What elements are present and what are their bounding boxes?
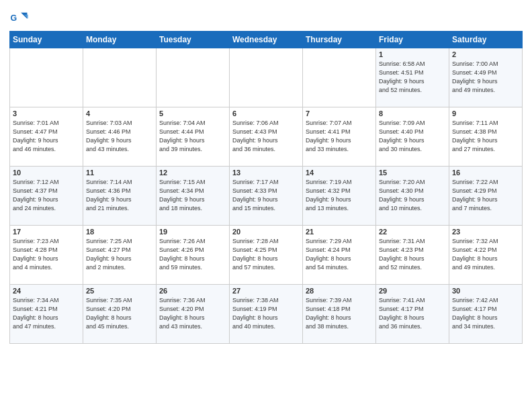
day-info: Sunrise: 7:23 AM Sunset: 4:28 PM Dayligh… — [13, 237, 80, 272]
day-info: Sunrise: 7:12 AM Sunset: 4:37 PM Dayligh… — [13, 178, 80, 213]
day-info: Sunrise: 7:35 AM Sunset: 4:20 PM Dayligh… — [86, 296, 153, 331]
calendar-cell: 20Sunrise: 7:28 AM Sunset: 4:25 PM Dayli… — [230, 226, 303, 285]
calendar-cell: 1Sunrise: 6:58 AM Sunset: 4:51 PM Daylig… — [376, 48, 449, 107]
calendar-cell: 6Sunrise: 7:06 AM Sunset: 4:43 PM Daylig… — [230, 107, 303, 167]
header-sunday: Sunday — [10, 32, 83, 48]
day-number: 23 — [452, 228, 519, 236]
day-number: 4 — [86, 109, 153, 118]
week-row-2: 10Sunrise: 7:12 AM Sunset: 4:37 PM Dayli… — [10, 167, 523, 226]
day-number: 25 — [86, 287, 153, 295]
calendar-cell: 24Sunrise: 7:34 AM Sunset: 4:21 PM Dayli… — [10, 285, 83, 344]
day-info: Sunrise: 7:06 AM Sunset: 4:43 PM Dayligh… — [232, 119, 300, 154]
calendar-cell: 15Sunrise: 7:20 AM Sunset: 4:30 PM Dayli… — [376, 167, 449, 226]
header: G — [9, 7, 523, 28]
header-row: SundayMondayTuesdayWednesdayThursdayFrid… — [10, 32, 523, 48]
day-number: 10 — [13, 169, 80, 177]
day-number: 20 — [232, 228, 300, 236]
week-row-3: 17Sunrise: 7:23 AM Sunset: 4:28 PM Dayli… — [10, 226, 523, 285]
calendar-table: SundayMondayTuesdayWednesdayThursdayFrid… — [9, 31, 523, 344]
calendar-cell: 8Sunrise: 7:09 AM Sunset: 4:40 PM Daylig… — [376, 107, 449, 167]
calendar-cell: 7Sunrise: 7:07 AM Sunset: 4:41 PM Daylig… — [303, 107, 376, 167]
day-number: 5 — [159, 109, 226, 118]
day-number: 26 — [159, 287, 226, 295]
header-monday: Monday — [83, 32, 157, 48]
calendar-page: G SundayMondayTuesdayWednesdayThursdayFr… — [0, 0, 532, 411]
header-friday: Friday — [376, 32, 449, 48]
day-number: 2 — [452, 50, 519, 58]
calendar-cell: 4Sunrise: 7:03 AM Sunset: 4:46 PM Daylig… — [83, 107, 157, 167]
day-info: Sunrise: 7:19 AM Sunset: 4:32 PM Dayligh… — [306, 178, 373, 213]
calendar-cell: 2Sunrise: 7:00 AM Sunset: 4:49 PM Daylig… — [449, 48, 523, 107]
svg-text:G: G — [11, 13, 17, 23]
day-number: 13 — [232, 169, 300, 177]
day-number: 9 — [452, 109, 519, 118]
day-number: 21 — [306, 228, 373, 236]
day-info: Sunrise: 7:11 AM Sunset: 4:38 PM Dayligh… — [452, 119, 519, 154]
day-number: 15 — [379, 169, 446, 177]
calendar-cell: 14Sunrise: 7:19 AM Sunset: 4:32 PM Dayli… — [303, 167, 376, 226]
calendar-cell — [230, 48, 303, 107]
day-number: 3 — [13, 109, 80, 118]
day-info: Sunrise: 7:28 AM Sunset: 4:25 PM Dayligh… — [232, 237, 300, 272]
calendar-cell: 25Sunrise: 7:35 AM Sunset: 4:20 PM Dayli… — [83, 285, 157, 344]
day-info: Sunrise: 7:20 AM Sunset: 4:30 PM Dayligh… — [379, 178, 446, 213]
day-number: 17 — [13, 228, 80, 236]
calendar-cell: 29Sunrise: 7:41 AM Sunset: 4:17 PM Dayli… — [376, 285, 449, 344]
calendar-cell: 16Sunrise: 7:22 AM Sunset: 4:29 PM Dayli… — [449, 167, 523, 226]
calendar-cell: 12Sunrise: 7:15 AM Sunset: 4:34 PM Dayli… — [157, 167, 230, 226]
day-number: 22 — [379, 228, 446, 236]
day-number: 7 — [306, 109, 373, 118]
week-row-1: 3Sunrise: 7:01 AM Sunset: 4:47 PM Daylig… — [10, 107, 523, 167]
day-info: Sunrise: 7:39 AM Sunset: 4:18 PM Dayligh… — [306, 296, 373, 331]
day-info: Sunrise: 7:42 AM Sunset: 4:17 PM Dayligh… — [452, 296, 519, 331]
calendar-cell: 19Sunrise: 7:26 AM Sunset: 4:26 PM Dayli… — [157, 226, 230, 285]
calendar-cell: 18Sunrise: 7:25 AM Sunset: 4:27 PM Dayli… — [83, 226, 157, 285]
calendar-cell: 30Sunrise: 7:42 AM Sunset: 4:17 PM Dayli… — [449, 285, 523, 344]
calendar-cell: 13Sunrise: 7:17 AM Sunset: 4:33 PM Dayli… — [230, 167, 303, 226]
day-number: 24 — [13, 287, 80, 295]
logo-icon: G — [9, 9, 28, 28]
day-info: Sunrise: 7:26 AM Sunset: 4:26 PM Dayligh… — [159, 237, 226, 272]
day-info: Sunrise: 7:29 AM Sunset: 4:24 PM Dayligh… — [306, 237, 373, 272]
header-wednesday: Wednesday — [230, 32, 303, 48]
day-number: 27 — [232, 287, 300, 295]
week-row-4: 24Sunrise: 7:34 AM Sunset: 4:21 PM Dayli… — [10, 285, 523, 344]
day-number: 1 — [379, 50, 446, 58]
calendar-cell: 26Sunrise: 7:36 AM Sunset: 4:20 PM Dayli… — [157, 285, 230, 344]
day-info: Sunrise: 7:15 AM Sunset: 4:34 PM Dayligh… — [159, 178, 226, 213]
header-saturday: Saturday — [449, 32, 523, 48]
calendar-cell: 9Sunrise: 7:11 AM Sunset: 4:38 PM Daylig… — [449, 107, 523, 167]
day-info: Sunrise: 7:36 AM Sunset: 4:20 PM Dayligh… — [159, 296, 226, 331]
day-number: 14 — [306, 169, 373, 177]
header-thursday: Thursday — [303, 32, 376, 48]
calendar-cell: 3Sunrise: 7:01 AM Sunset: 4:47 PM Daylig… — [10, 107, 83, 167]
day-info: Sunrise: 7:32 AM Sunset: 4:22 PM Dayligh… — [452, 237, 519, 272]
day-info: Sunrise: 7:01 AM Sunset: 4:47 PM Dayligh… — [13, 119, 80, 154]
day-number: 19 — [159, 228, 226, 236]
day-info: Sunrise: 7:00 AM Sunset: 4:49 PM Dayligh… — [452, 60, 519, 95]
day-number: 11 — [86, 169, 153, 177]
day-info: Sunrise: 7:41 AM Sunset: 4:17 PM Dayligh… — [379, 296, 446, 331]
day-info: Sunrise: 7:22 AM Sunset: 4:29 PM Dayligh… — [452, 178, 519, 213]
header-tuesday: Tuesday — [157, 32, 230, 48]
day-info: Sunrise: 7:31 AM Sunset: 4:23 PM Dayligh… — [379, 237, 446, 272]
day-info: Sunrise: 6:58 AM Sunset: 4:51 PM Dayligh… — [379, 60, 446, 95]
week-row-0: 1Sunrise: 6:58 AM Sunset: 4:51 PM Daylig… — [10, 48, 523, 107]
calendar-cell: 11Sunrise: 7:14 AM Sunset: 4:36 PM Dayli… — [83, 167, 157, 226]
day-number: 28 — [306, 287, 373, 295]
calendar-cell: 17Sunrise: 7:23 AM Sunset: 4:28 PM Dayli… — [10, 226, 83, 285]
day-number: 8 — [379, 109, 446, 118]
day-number: 16 — [452, 169, 519, 177]
day-number: 6 — [232, 109, 300, 118]
calendar-cell: 28Sunrise: 7:39 AM Sunset: 4:18 PM Dayli… — [303, 285, 376, 344]
calendar-cell: 27Sunrise: 7:38 AM Sunset: 4:19 PM Dayli… — [230, 285, 303, 344]
calendar-cell — [83, 48, 157, 107]
day-info: Sunrise: 7:04 AM Sunset: 4:44 PM Dayligh… — [159, 119, 226, 154]
calendar-cell: 5Sunrise: 7:04 AM Sunset: 4:44 PM Daylig… — [157, 107, 230, 167]
day-number: 18 — [86, 228, 153, 236]
day-number: 30 — [452, 287, 519, 295]
calendar-cell — [10, 48, 83, 107]
day-info: Sunrise: 7:07 AM Sunset: 4:41 PM Dayligh… — [306, 119, 373, 154]
day-info: Sunrise: 7:09 AM Sunset: 4:40 PM Dayligh… — [379, 119, 446, 154]
calendar-cell: 21Sunrise: 7:29 AM Sunset: 4:24 PM Dayli… — [303, 226, 376, 285]
